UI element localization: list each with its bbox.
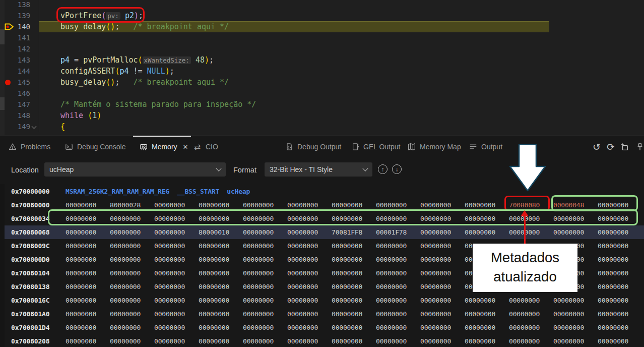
memory-value[interactable]: 00000000	[66, 198, 110, 212]
memory-value[interactable]: 00000000	[154, 307, 199, 321]
memory-value[interactable]: 00000000	[332, 266, 376, 280]
memory-value[interactable]: 00000000	[376, 266, 420, 280]
memory-value[interactable]: 00000000	[598, 321, 642, 334]
memory-value[interactable]: 00000000	[199, 321, 243, 334]
memory-value[interactable]: 00000000	[376, 334, 420, 347]
tab-cio[interactable]: ⇄CIO	[193, 136, 218, 158]
memory-value[interactable]: 70080080	[509, 198, 553, 212]
memory-value[interactable]: 00000000	[332, 239, 376, 253]
memory-value[interactable]: 00000000	[376, 198, 420, 212]
memory-value[interactable]: 00000000	[465, 307, 509, 321]
memory-value[interactable]: 00000000	[598, 225, 642, 239]
memory-value[interactable]: 00000000	[66, 212, 110, 225]
memory-value[interactable]: 00000000	[420, 280, 465, 294]
code-line-147[interactable]: 147/* Mantém o sistema parado para inspe…	[0, 99, 644, 110]
memory-value[interactable]: 00000000	[287, 253, 332, 266]
memory-value[interactable]: 00000000	[598, 280, 642, 294]
memory-value[interactable]: 00000000	[287, 294, 332, 307]
memory-value[interactable]: 00000000	[110, 334, 154, 347]
memory-value[interactable]: 00000000	[598, 253, 642, 266]
memory-value[interactable]: 00000000	[154, 334, 199, 347]
memory-value[interactable]: 00000000	[465, 266, 509, 280]
memory-value[interactable]: 00000000	[287, 321, 332, 334]
memory-value[interactable]: 00000000	[287, 334, 332, 347]
memory-value[interactable]: 00000000	[420, 307, 465, 321]
memory-value[interactable]: 00000048	[553, 198, 598, 212]
memory-value[interactable]: 00000000	[243, 212, 287, 225]
memory-value[interactable]: 00000000	[287, 225, 332, 239]
memory-value[interactable]: 00000000	[110, 280, 154, 294]
memory-value[interactable]: 00000000	[332, 307, 376, 321]
format-dropdown[interactable]: 32-Bit Hex - TI Style	[265, 162, 372, 177]
memory-value[interactable]: 00000000	[110, 266, 154, 280]
memory-row-0x70080138[interactable]: 0x70080138000000000000000000000000000000…	[0, 280, 644, 294]
memory-value[interactable]: 00000000	[66, 225, 110, 239]
memory-value[interactable]: 00000000	[199, 239, 243, 253]
memory-value[interactable]: 00000000	[243, 280, 287, 294]
fold-chevron-icon[interactable]	[32, 124, 37, 129]
memory-value[interactable]: 00000000	[110, 321, 154, 334]
memory-value[interactable]: 00000000	[598, 266, 642, 280]
pin-icon[interactable]	[632, 141, 644, 153]
memory-value[interactable]: 00000000	[154, 266, 199, 280]
memory-value[interactable]: 00000000	[509, 307, 553, 321]
code-line-141[interactable]: 141	[0, 32, 644, 43]
memory-value[interactable]: 00000000	[465, 239, 509, 253]
memory-value[interactable]: 00000000	[553, 280, 598, 294]
memory-value[interactable]: 00000000	[332, 294, 376, 307]
memory-value[interactable]: 00000000	[598, 198, 642, 212]
memory-value[interactable]: 00000000	[154, 321, 199, 334]
memory-value[interactable]: 00000000	[420, 239, 465, 253]
memory-value[interactable]: 00000000	[509, 294, 553, 307]
memory-value[interactable]: 00000000	[553, 334, 598, 347]
memory-row-0x7008016C[interactable]: 0x7008016C000000000000000000000000000000…	[0, 294, 644, 307]
memory-value[interactable]: 00000000	[199, 307, 243, 321]
memory-value[interactable]: 00000000	[66, 321, 110, 334]
code-line-148[interactable]: 148while (1)	[0, 110, 644, 121]
code-line-142[interactable]: 142	[0, 43, 644, 54]
memory-value[interactable]: 00000000	[110, 239, 154, 253]
memory-row-0x70080000[interactable]: 0x70080000000000008000002800000000000000…	[0, 198, 644, 212]
memory-value[interactable]: 00000000	[332, 198, 376, 212]
code-line-144[interactable]: 144configASSERT(p4 != NULL);	[0, 66, 644, 77]
memory-value[interactable]: 00000000	[243, 334, 287, 347]
memory-value[interactable]: 00000000	[154, 294, 199, 307]
memory-value[interactable]: 00000000	[376, 307, 420, 321]
tab-problems[interactable]: Problems	[8, 136, 50, 158]
memory-value[interactable]: 00000000	[287, 280, 332, 294]
memory-value[interactable]: 00000000	[154, 212, 199, 225]
code-line-145[interactable]: 145busy_delay(); /* breakpoint aqui */	[0, 77, 644, 88]
memory-value[interactable]: 00000000	[420, 294, 465, 307]
memory-value[interactable]: 00000000	[110, 225, 154, 239]
memory-value[interactable]: 00000000	[465, 198, 509, 212]
tab-debug-output[interactable]: Debug Output	[285, 136, 341, 158]
memory-value[interactable]: 00000000	[465, 212, 509, 225]
memory-value[interactable]: 00000000	[465, 321, 509, 334]
memory-value[interactable]: 00000000	[287, 212, 332, 225]
memory-value[interactable]: 00000000	[243, 253, 287, 266]
memory-value[interactable]: 00000000	[509, 239, 553, 253]
memory-value[interactable]: 00000000	[66, 307, 110, 321]
code-line-138[interactable]: 138	[0, 0, 644, 10]
memory-value[interactable]: 00000000	[376, 280, 420, 294]
tab-output[interactable]: Output	[469, 136, 502, 158]
memory-value[interactable]: 00000000	[154, 253, 199, 266]
memory-row-0x700801A0[interactable]: 0x700801A0000000000000000000000000000000…	[0, 307, 644, 321]
code-line-139[interactable]: 139vPortFree(pv: p2);	[0, 10, 644, 21]
memory-value[interactable]: 00000000	[598, 294, 642, 307]
memory-value[interactable]: 00000000	[154, 225, 199, 239]
sync-icon[interactable]: ⟳	[605, 141, 617, 153]
memory-table[interactable]: 0x70080000MSRAM_256K2_RAM_RAM_RAM_REG __…	[0, 185, 644, 347]
add-memory-view-icon[interactable]	[618, 141, 630, 153]
memory-value[interactable]: 00000000	[332, 280, 376, 294]
memory-value[interactable]: 00000000	[553, 321, 598, 334]
memory-value[interactable]: 00000000	[376, 294, 420, 307]
memory-value[interactable]: 00000000	[199, 253, 243, 266]
memory-value[interactable]: 00000000	[376, 239, 420, 253]
memory-value[interactable]: 00000000	[110, 253, 154, 266]
memory-value[interactable]: 00000000	[509, 212, 553, 225]
memory-value[interactable]: 00001F78	[376, 225, 420, 239]
memory-value[interactable]: 00000000	[199, 198, 243, 212]
memory-value[interactable]: 00000000	[243, 198, 287, 212]
memory-value[interactable]: 00000000	[465, 225, 509, 239]
